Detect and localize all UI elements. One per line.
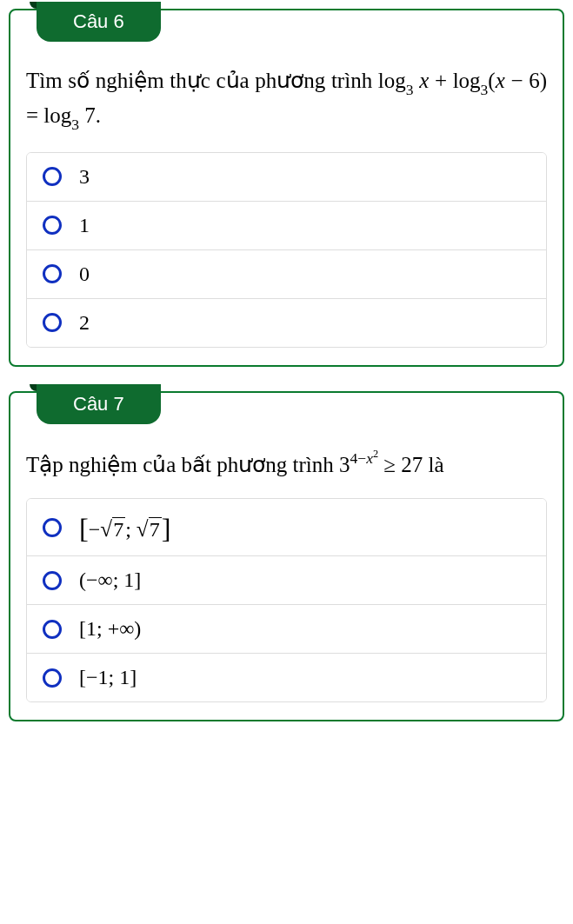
- option-label: 1: [79, 214, 90, 237]
- radio-icon: [43, 620, 62, 639]
- options-list: 3102: [26, 152, 547, 348]
- option[interactable]: [−1; 1]: [27, 654, 546, 701]
- radio-icon: [43, 167, 62, 186]
- radio-icon: [43, 571, 62, 590]
- radio-icon: [43, 216, 62, 235]
- option-label: (−∞; 1]: [79, 568, 141, 592]
- option-label: [−1; 1]: [79, 666, 137, 689]
- question-card: Câu 7Tập nghiệm của bất phương trình 34−…: [9, 391, 564, 722]
- question-card: Câu 6Tìm số nghiệm thực của phương trình…: [9, 9, 564, 367]
- question-label: Câu 7: [37, 384, 161, 424]
- question-text: Tập nghiệm của bất phương trình 34−x2 ≥ …: [26, 447, 547, 482]
- question-label: Câu 6: [37, 2, 161, 42]
- option[interactable]: 0: [27, 250, 546, 299]
- question-text: Tìm số nghiệm thực của phương trình log3…: [26, 64, 547, 135]
- radio-icon: [43, 668, 62, 688]
- option[interactable]: 1: [27, 202, 546, 250]
- option-label: [1; +∞): [79, 617, 141, 641]
- option-label: [−7; 7]: [79, 511, 170, 543]
- option-label: 3: [79, 165, 90, 189]
- option[interactable]: [−7; 7]: [27, 499, 546, 556]
- radio-icon: [43, 264, 62, 283]
- options-list: [−7; 7](−∞; 1][1; +∞)[−1; 1]: [26, 498, 547, 702]
- option[interactable]: (−∞; 1]: [27, 556, 546, 605]
- option[interactable]: [1; +∞): [27, 605, 546, 654]
- radio-icon: [43, 313, 62, 332]
- option[interactable]: 3: [27, 153, 546, 202]
- option-label: 2: [79, 311, 90, 335]
- option-label: 0: [79, 263, 90, 286]
- option[interactable]: 2: [27, 299, 546, 347]
- radio-icon: [43, 518, 62, 537]
